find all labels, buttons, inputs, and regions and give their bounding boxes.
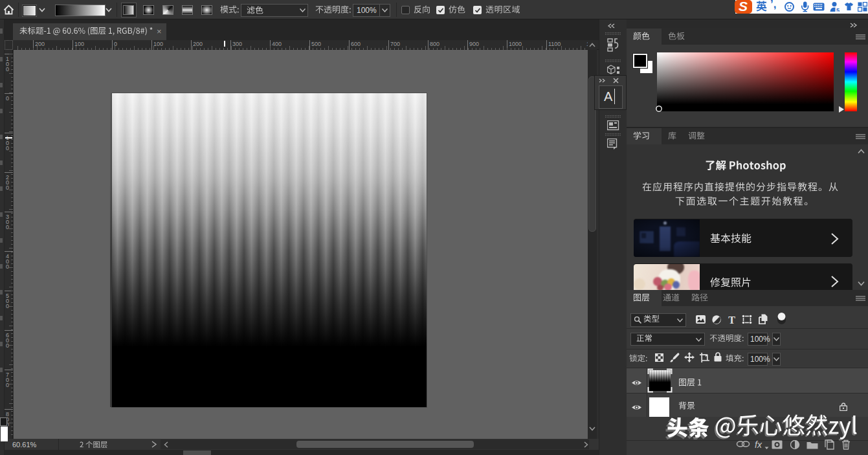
svg-text:700: 700 [390, 41, 400, 47]
svg-text:0: 0 [6, 263, 9, 270]
svg-text:0: 0 [6, 382, 9, 388]
svg-text:200: 200 [35, 41, 45, 47]
svg-text:T: T [728, 315, 735, 324]
svg-text:0: 0 [6, 95, 9, 102]
svg-text:0: 0 [6, 145, 9, 151]
svg-text:0: 0 [6, 342, 9, 349]
svg-text:800: 800 [430, 41, 440, 47]
svg-text:200: 200 [193, 41, 203, 47]
svg-text:0: 0 [114, 41, 117, 47]
svg-text:0: 0 [6, 224, 9, 230]
svg-text:600: 600 [351, 41, 361, 47]
svg-text:100: 100 [153, 41, 163, 47]
svg-text:0: 0 [6, 184, 9, 191]
svg-text:500: 500 [311, 41, 321, 47]
svg-text:900: 900 [469, 41, 479, 47]
svg-text:0: 0 [6, 303, 9, 309]
svg-text:300: 300 [232, 41, 242, 47]
svg-text:0: 0 [6, 66, 9, 72]
svg-text:1000: 1000 [509, 41, 522, 47]
svg-text:400: 400 [272, 41, 282, 47]
svg-text:5: 5 [836, 7, 840, 12]
svg-text:1100: 1100 [548, 41, 561, 47]
